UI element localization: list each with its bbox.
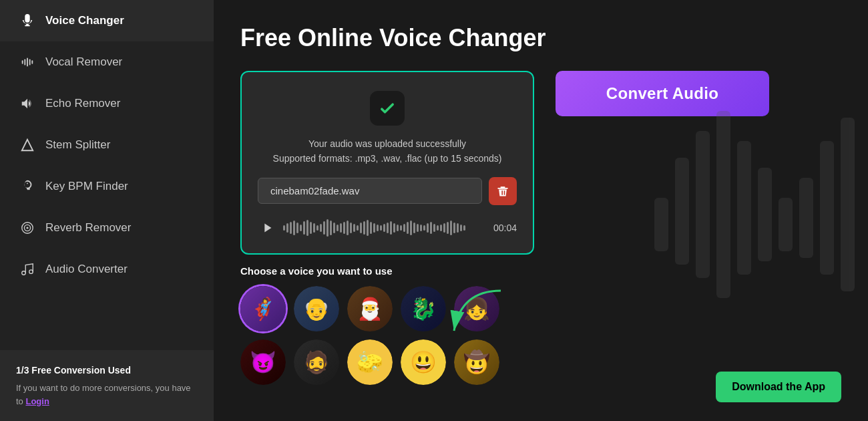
stem-splitter-icon [19,136,36,154]
conversion-used-title: 1/3 Free Conversion Used [16,364,198,378]
login-link[interactable]: Login [25,396,49,406]
page-title: Free Online Voice Changer [240,24,841,52]
main-content: Free Online Voice Changer Your audio was… [214,0,868,421]
success-check [370,91,405,126]
voice-avatar-4[interactable]: 🐉 [401,286,446,331]
sidebar-label-stem-splitter: Stem Splitter [45,138,110,152]
right-panel: Convert Audio [556,71,841,402]
reverb-remover-icon [19,219,36,237]
voice-avatar-7[interactable]: 🧔 [294,339,339,385]
sidebar-label-audio-converter: Audio Converter [45,263,128,276]
sidebar-label-voice-changer: Voice Changer [45,14,124,27]
content-row: Your audio was uploaded successfully Sup… [240,71,841,402]
audio-converter-icon [19,261,36,278]
svg-point-8 [27,227,28,229]
sidebar-bottom: 1/3 Free Conversion Used If you want to … [0,350,214,421]
waveform [283,219,487,237]
sidebar-label-vocal-remover: Vocal Remover [45,55,122,69]
sidebar-item-echo-remover[interactable]: Echo Remover [0,83,214,124]
voice-avatar-2[interactable]: 👴 [294,286,339,331]
voice-label: Choose a voice you want to use [240,265,534,277]
sidebar-item-vocal-remover[interactable]: Vocal Remover [0,41,214,83]
download-app-button[interactable]: Download the App [716,372,841,402]
sidebar-item-audio-converter[interactable]: Audio Converter [0,249,214,290]
voice-section: Choose a voice you want to use 🦸‍♀️ 👴 🎅 … [240,265,534,385]
voice-avatar-5[interactable]: 👧 [454,286,499,331]
microphone-icon [19,12,36,29]
left-column: Your audio was uploaded successfully Sup… [240,71,534,402]
voice-grid: 🦸‍♀️ 👴 🎅 🐉 👧 � [240,286,534,385]
sidebar-item-reverb-remover[interactable]: Reverb Remover [0,207,214,249]
echo-remover-icon [19,95,36,112]
upload-success-text: Your audio was uploaded successfully Sup… [273,136,502,166]
filename-display: cinebam02fade.wav [258,178,482,204]
svg-marker-5 [22,140,33,151]
svg-rect-3 [29,59,31,65]
audio-player: 00:04 [258,216,517,240]
voice-avatar-6[interactable]: 😈 [240,339,286,385]
svg-point-10 [29,270,33,274]
svg-point-7 [24,225,30,231]
sidebar-item-key-bpm[interactable]: Key BPM Finder [0,166,214,207]
sidebar: Voice Changer Vocal Remover Echo Remover [0,0,214,421]
play-button[interactable] [258,219,276,237]
key-bpm-icon [19,178,36,195]
sidebar-item-voice-changer[interactable]: Voice Changer [0,0,214,41]
voice-avatar-10[interactable]: 🤠 [454,339,499,385]
sidebar-label-echo-remover: Echo Remover [45,97,120,110]
delete-file-button[interactable] [489,177,517,205]
file-row: cinebam02fade.wav [258,177,517,205]
voice-avatar-9[interactable]: 😃 [401,339,446,385]
svg-point-9 [22,271,26,275]
sidebar-label-reverb-remover: Reverb Remover [45,221,132,235]
svg-point-6 [22,223,33,234]
voice-avatar-3[interactable]: 🎅 [347,286,393,331]
upload-box: Your audio was uploaded successfully Sup… [240,71,534,255]
svg-rect-1 [24,59,25,65]
sidebar-item-stem-splitter[interactable]: Stem Splitter [0,124,214,166]
svg-rect-4 [31,60,33,64]
svg-rect-0 [22,60,23,64]
vocal-remover-icon [19,53,36,71]
svg-rect-2 [27,58,28,67]
voice-avatar-1[interactable]: 🦸‍♀️ [240,286,286,331]
audio-duration: 00:04 [493,223,517,233]
voice-avatar-8[interactable]: 🧽 [347,339,393,385]
sound-visualization [654,98,855,311]
sidebar-label-key-bpm: Key BPM Finder [45,180,128,193]
